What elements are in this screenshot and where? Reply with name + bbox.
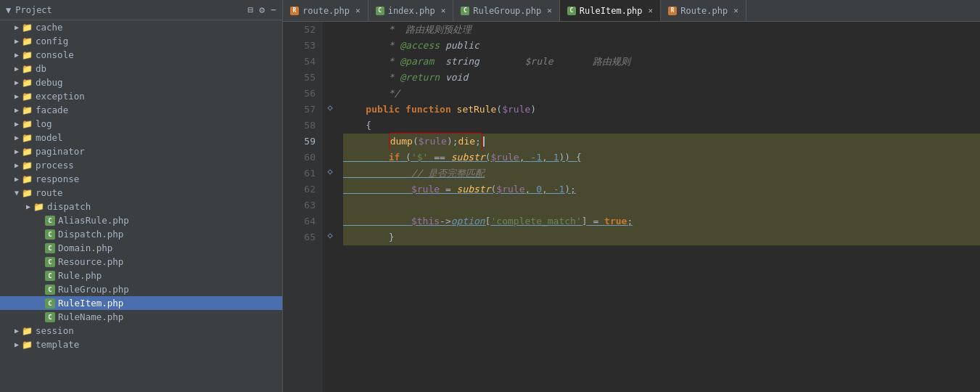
tab-close-ruleitem[interactable]: ✕ (648, 6, 654, 15)
tree-item-domain[interactable]: C Domain.php (0, 241, 282, 255)
sidebar-header: ▼ Project ⊟ ⚙ − (0, 0, 282, 20)
minimize-icon[interactable]: − (271, 4, 276, 15)
tree-item-console[interactable]: ▶ 📁 console (0, 48, 282, 62)
sidebar-actions: ⊟ ⚙ − (248, 4, 276, 15)
code-line-61: // 是否完整匹配 (343, 166, 980, 181)
code-line-59: dump($rule);die; (343, 134, 980, 150)
tab-icon-route-class: R (668, 7, 677, 15)
tree-item-debug[interactable]: ▶ 📁 debug (0, 75, 282, 89)
tab-close-index[interactable]: ✕ (441, 6, 446, 15)
tab-close-rulegroup[interactable]: ✕ (547, 6, 552, 15)
tab-icon-ruleitem: C (567, 7, 576, 15)
tree-item-route[interactable]: ▼ 📁 route (0, 186, 282, 200)
code-line-52: * 路由规则预处理 (343, 22, 980, 38)
tree-item-config[interactable]: ▶ 📁 config (0, 34, 282, 48)
tree-item-rule[interactable]: C Rule.php (0, 269, 282, 282)
tab-route-class-php[interactable]: R Route.php ✕ (661, 0, 746, 22)
code-line-53: * @access public (343, 38, 980, 54)
tree-item-response[interactable]: ▶ 📁 response (0, 172, 282, 186)
tree-item-rulename[interactable]: C RuleName.php (0, 310, 282, 324)
tab-bar: R route.php ✕ C index.php ✕ C RuleGroup.… (283, 0, 980, 22)
tab-close-route[interactable]: ✕ (355, 6, 361, 15)
sidebar: ▼ Project ⊟ ⚙ − ▶ 📁 cache ▶ 📁 config ▶ 📁… (0, 0, 283, 392)
tree-item-dispatch[interactable]: ▶ 📁 dispatch (0, 200, 282, 213)
tree-item-dispatch-php[interactable]: C Dispatch.php (0, 227, 282, 241)
folder-icon: ▼ (6, 5, 11, 15)
tab-rulegroup-php[interactable]: C RuleGroup.php ✕ (453, 0, 560, 22)
tree-item-aliasrule[interactable]: C AliasRule.php (0, 213, 282, 227)
tab-icon-rulegroup: C (461, 7, 469, 15)
code-line-65: } (343, 229, 980, 245)
gutter-marker-57: ◇ (324, 102, 336, 113)
code-line-60: if ('$' == substr($rule, -1, 1)) { (343, 150, 980, 166)
code-line-54: * @param string $rule 路由规则 (343, 54, 980, 70)
tree-item-rulegroup[interactable]: C RuleGroup.php (0, 282, 282, 296)
code-line-56: */ (343, 86, 980, 102)
gutter-marker-60: ◇ (324, 166, 336, 177)
gutter-marker-65: ◇ (324, 229, 336, 241)
code-line-62: $rule = substr($rule, 0, -1); (343, 181, 980, 197)
tab-close-route-class[interactable]: ✕ (733, 6, 738, 15)
code-line-55: * @return void (343, 70, 980, 86)
tree-item-log[interactable]: ▶ 📁 log (0, 117, 282, 131)
code-line-57: public function setRule($rule) (343, 102, 980, 118)
line-numbers: 52 53 54 55 56 57 58 59 60 61 62 63 64 6… (283, 22, 323, 392)
code-editor[interactable]: 52 53 54 55 56 57 58 59 60 61 62 63 64 6… (283, 22, 980, 392)
code-line-63 (343, 197, 980, 213)
tree-item-template[interactable]: ▶ 📁 template (0, 338, 282, 351)
tab-label-route: route.php (302, 6, 350, 16)
main-area: R route.php ✕ C index.php ✕ C RuleGroup.… (283, 0, 980, 392)
dump-highlight: dump($rule);die; (389, 133, 482, 150)
tree-item-session[interactable]: ▶ 📁 session (0, 324, 282, 338)
tree-item-model[interactable]: ▶ 📁 model (0, 131, 282, 144)
tree-item-resource[interactable]: C Resource.php (0, 255, 282, 269)
tree-item-cache[interactable]: ▶ 📁 cache (0, 20, 282, 34)
project-label: Project (15, 5, 52, 15)
tab-label-rulegroup: RuleGroup.php (473, 6, 541, 16)
tab-ruleitem-php[interactable]: C RuleItem.php ✕ (560, 0, 661, 22)
code-line-64: $this->option['complete_match'] = true; (343, 213, 980, 229)
tab-index-php[interactable]: C index.php ✕ (368, 0, 454, 22)
tree-item-ruleitem[interactable]: C RuleItem.php (0, 296, 282, 310)
tab-icon-route: R (290, 7, 299, 15)
tree-item-paginator[interactable]: ▶ 📁 paginator (0, 144, 282, 158)
code-content[interactable]: * 路由规则预处理 * @access public * @param stri… (337, 22, 980, 392)
tree-item-db[interactable]: ▶ 📁 db (0, 62, 282, 75)
gutter: ◇ ◇ ◇ (323, 22, 337, 392)
tab-label-route-class: Route.php (680, 6, 728, 16)
sidebar-title: ▼ Project (6, 5, 52, 15)
tab-label-index: index.php (388, 6, 435, 16)
tree-item-facade[interactable]: ▶ 📁 facade (0, 103, 282, 117)
settings-icon[interactable]: ⚙ (259, 4, 265, 15)
tab-route-php[interactable]: R route.php ✕ (283, 0, 368, 22)
tab-label-ruleitem: RuleItem.php (580, 6, 643, 16)
code-line-58: { (343, 118, 980, 134)
tree-item-process[interactable]: ▶ 📁 process (0, 158, 282, 172)
tree-item-exception[interactable]: ▶ 📁 exception (0, 89, 282, 103)
layout-icon[interactable]: ⊟ (248, 4, 254, 15)
cursor (483, 136, 485, 147)
tab-icon-index: C (376, 7, 384, 15)
